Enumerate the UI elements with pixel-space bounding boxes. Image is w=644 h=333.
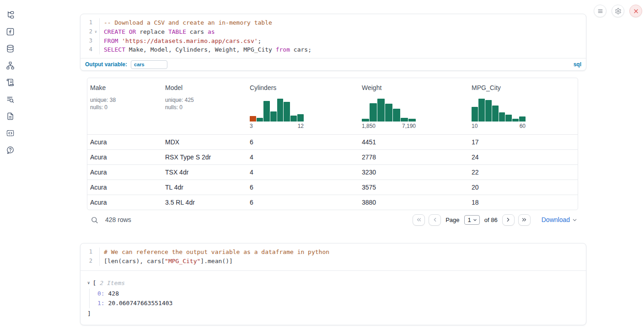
- sql-cell-footer: Output variable: sql: [80, 58, 586, 70]
- histogram-bar: [505, 115, 512, 122]
- last-page-button[interactable]: [518, 214, 531, 226]
- code-line: 2∨CREATE OR replace TABLE cars as: [83, 27, 586, 37]
- chevron-right-icon: [505, 217, 511, 223]
- table-header-row: Makeunique: 38nulls: 0Modelunique: 425nu…: [87, 78, 578, 134]
- output-tree-entry: 0: 428: [97, 289, 586, 299]
- code-content: # We can reference the output variable a…: [99, 248, 586, 257]
- download-button[interactable]: Download: [542, 216, 577, 223]
- column-name: Make: [90, 84, 160, 91]
- histogram-bar: [512, 119, 519, 122]
- sidebar-help-button[interactable]: [6, 146, 15, 154]
- page-number-select[interactable]: 1: [464, 215, 480, 225]
- menu-button[interactable]: [594, 5, 606, 17]
- column-header-make[interactable]: Makeunique: 38nulls: 0: [87, 78, 162, 134]
- page-number-value: 1: [468, 217, 471, 223]
- code-line: 4SELECT Make, Model, Cylinders, Weight, …: [83, 45, 586, 54]
- histogram-axis-label: 60: [520, 123, 526, 129]
- gear-icon: [615, 8, 622, 15]
- file-text-icon: [6, 112, 15, 121]
- histogram-bar: [485, 100, 492, 122]
- python-output: ∨ [ 2 Items 0: 4281: 20.060747663551403 …: [80, 270, 586, 325]
- table-cell: 22: [469, 169, 578, 176]
- histogram-bar: [499, 112, 505, 122]
- code-line: 3FROM 'https://datasets.marimo.app/cars.…: [83, 37, 586, 46]
- histogram-bar: [257, 118, 263, 122]
- sidebar-logs-button[interactable]: [6, 78, 15, 87]
- fold-indicator-icon[interactable]: ∨: [92, 27, 99, 37]
- sidebar-dependency-graph-button[interactable]: [6, 61, 15, 70]
- chevron-down-icon: [572, 217, 577, 222]
- shutdown-button[interactable]: [629, 5, 642, 17]
- histogram-axis-label: 3: [250, 123, 253, 129]
- histogram-bar: [472, 107, 478, 122]
- table-cell: Acura: [87, 153, 162, 161]
- sidebar-snippets-button[interactable]: [6, 129, 15, 137]
- sidebar-file-explorer-button[interactable]: [6, 11, 15, 19]
- entry-value: 20.060747663551403: [105, 300, 173, 307]
- hamburger-icon: [597, 8, 604, 15]
- code-content: [len(cars), cars["MPG_City"].mean()]: [99, 257, 586, 266]
- line-number: 1: [83, 18, 92, 27]
- line-number: 2: [83, 27, 92, 37]
- window-controls: [594, 5, 642, 17]
- sidebar-documentation-button[interactable]: [6, 112, 15, 121]
- search-icon[interactable]: [91, 216, 98, 224]
- pagination: Page 1 of 86 Download: [413, 214, 578, 226]
- chevrons-left-icon: [416, 217, 422, 223]
- table-row: AcuraTSX 4dr4323022: [87, 164, 578, 180]
- next-page-button[interactable]: [502, 214, 515, 226]
- sidebar-data-sources-button[interactable]: [6, 44, 15, 53]
- sql-code-editor[interactable]: 1-- Download a CSV and create an in-memo…: [80, 14, 586, 54]
- code-content: -- Download a CSV and create an in-memor…: [99, 18, 586, 27]
- table-cell: 24: [469, 153, 578, 161]
- histogram-axis-label: 1,850: [362, 123, 376, 129]
- open-bracket: [: [92, 278, 96, 288]
- column-stats: unique: 425nulls: 0: [165, 96, 244, 111]
- histogram-bar: [478, 99, 485, 122]
- histogram-axis-label: 12: [298, 123, 304, 129]
- table-cell: RSX Type S 2dr: [162, 153, 247, 161]
- settings-button[interactable]: [612, 5, 624, 17]
- code-line: 1# We can reference the output variable …: [83, 248, 586, 257]
- notebook: 1-- Download a CSV and create an in-memo…: [80, 0, 586, 333]
- previous-page-button[interactable]: [429, 214, 441, 226]
- chevron-down-icon: [473, 218, 477, 222]
- python-code-editor[interactable]: 1# We can reference the output variable …: [80, 243, 586, 266]
- table-row: Acura3.5 RL 4dr6388018: [87, 195, 578, 210]
- output-variable-input[interactable]: [131, 60, 167, 69]
- output-tree-head: ∨ [ 2 Items: [87, 278, 586, 288]
- histogram-bar: [250, 116, 256, 122]
- column-name: Weight: [362, 84, 466, 91]
- help-circle-icon: [6, 146, 15, 154]
- table-cell: 4451: [359, 138, 469, 146]
- row-count: 428 rows: [105, 216, 131, 223]
- column-histogram: 1,8507,190: [362, 99, 416, 129]
- first-page-button[interactable]: [413, 214, 425, 226]
- histogram-bar: [519, 116, 526, 122]
- histogram-axis-label: 10: [472, 123, 478, 129]
- column-header-weight[interactable]: Weight1,8507,190: [359, 78, 469, 134]
- close-bracket: ]: [87, 309, 586, 319]
- chevrons-right-icon: [521, 217, 527, 223]
- line-number: 4: [83, 45, 92, 54]
- network-icon: [6, 61, 15, 70]
- code-line: 1-- Download a CSV and create an in-memo…: [83, 18, 586, 27]
- histogram-bar: [401, 118, 408, 122]
- sidebar-variables-button[interactable]: [6, 27, 15, 36]
- histogram-bar: [362, 119, 369, 122]
- table-cell: 20: [469, 184, 578, 191]
- database-icon: [6, 44, 15, 53]
- table-body: AcuraMDX6445117AcuraRSX Type S 2dr427782…: [87, 134, 578, 210]
- column-header-model[interactable]: Modelunique: 425nulls: 0: [162, 78, 247, 134]
- histogram-bar: [284, 102, 290, 122]
- code-content: SELECT Make, Model, Cylinders, Weight, M…: [99, 45, 586, 54]
- histogram-bar: [393, 109, 400, 122]
- column-header-cylinders[interactable]: Cylinders312: [247, 78, 359, 134]
- code-line: 2[len(cars), cars["MPG_City"].mean()]: [83, 257, 586, 266]
- column-header-mpg_city[interactable]: MPG_City1060: [469, 78, 578, 134]
- function-square-icon: [6, 27, 15, 36]
- sidebar-scratchpad-button[interactable]: [6, 95, 15, 104]
- collapse-chevron-icon[interactable]: ∨: [87, 278, 90, 288]
- table-row: AcuraRSX Type S 2dr4277824: [87, 149, 578, 164]
- sql-cell: 1-- Download a CSV and create an in-memo…: [80, 14, 586, 71]
